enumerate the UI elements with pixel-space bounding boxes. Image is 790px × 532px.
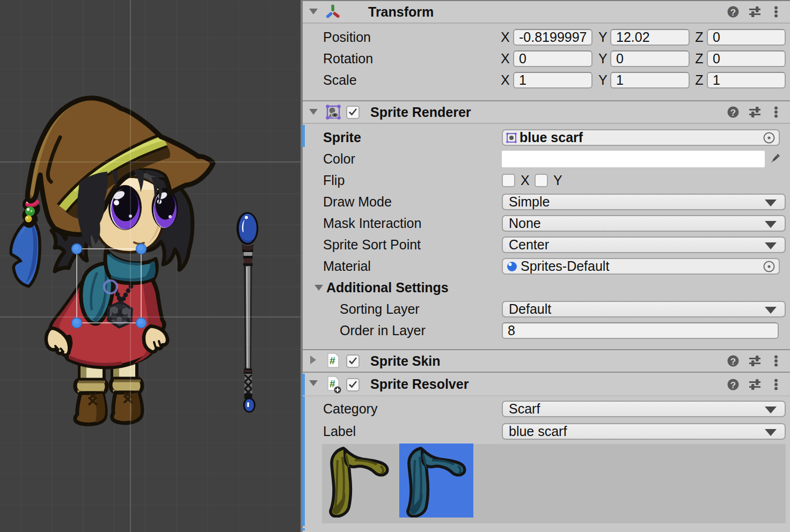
svg-text:#: # xyxy=(330,355,335,366)
svg-text:#: # xyxy=(330,378,335,389)
svg-text:?: ? xyxy=(730,380,736,390)
svg-text:?: ? xyxy=(730,8,736,18)
svg-text:?: ? xyxy=(730,108,736,118)
svg-text:?: ? xyxy=(730,357,736,367)
